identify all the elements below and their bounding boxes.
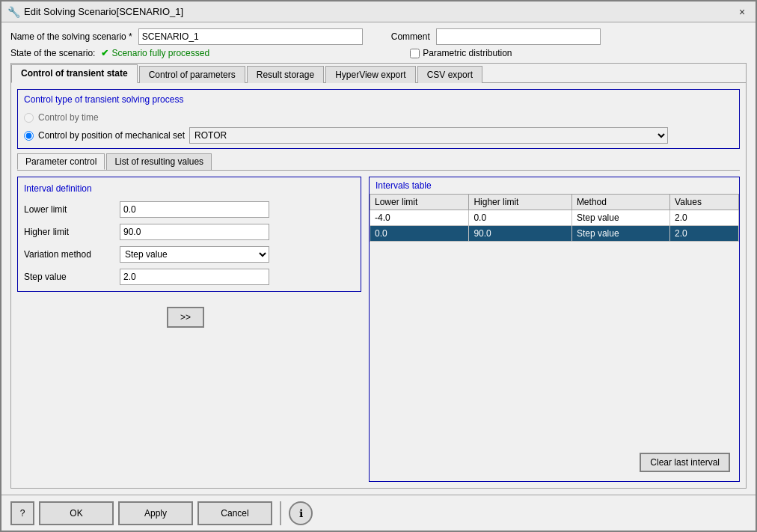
radio-control-time[interactable] [24,113,34,123]
table-row[interactable]: -4.00.0Step value2.0 [370,210,739,226]
clear-last-interval-button[interactable]: Clear last interval [640,453,730,472]
col-lower-limit: Lower limit [370,195,469,210]
radio-position-label: Control by position of mechanical set [38,130,185,141]
higher-limit-input[interactable] [120,224,269,240]
tab-hyperview-export[interactable]: HyperView export [325,66,416,83]
intervals-table-container: Lower limit Higher limit Method Values -… [370,194,739,444]
ok-button[interactable]: OK [39,501,114,525]
outer-tab-bar: Control of transient state Control of pa… [11,64,746,83]
comment-input[interactable] [436,28,601,45]
separator [280,501,281,525]
tab-control-transient[interactable]: Control of transient state [11,64,138,83]
state-label: State of the scenario: [10,48,95,58]
intervals-table: Lower limit Higher limit Method Values -… [370,194,739,242]
close-button[interactable]: × [735,4,750,19]
cancel-button[interactable]: Cancel [197,501,272,525]
tab-control-parameters[interactable]: Control of parameters [139,66,245,83]
scenario-name-input[interactable] [138,28,363,45]
variation-method-select[interactable]: Step value Number of steps List of value… [120,246,269,263]
intervals-table-title: Intervals table [370,177,739,194]
inner-tab-bar: Parameter control List of resulting valu… [17,153,740,171]
window-title: Edit Solving Scenario[SCENARIO_1] [24,6,183,17]
lower-limit-label: Lower limit [24,204,114,215]
control-section-title: Control type of transient solving proces… [24,94,733,105]
rotor-select[interactable]: ROTOR [189,127,668,144]
info-button[interactable]: ℹ [289,501,313,525]
tab-list-resulting-values[interactable]: List of resulting values [106,153,212,170]
comment-label: Comment [391,31,430,42]
apply-button[interactable]: Apply [118,501,193,525]
interval-def-title: Interval definition [24,183,355,194]
tab-result-storage[interactable]: Result storage [247,66,324,83]
col-method: Method [571,195,669,210]
app-icon: 🔧 [7,6,19,18]
variation-method-label: Variation method [24,249,114,260]
parametric-dist-checkbox[interactable] [410,49,420,58]
parametric-dist-label: Parametric distribution [423,48,512,58]
col-values: Values [670,195,739,210]
scenario-name-label: Name of the solving scenario * [10,31,132,42]
col-higher-limit: Higher limit [469,195,571,210]
state-value: ✔ Scenario fully processed [101,48,209,58]
tab-csv-export[interactable]: CSV export [417,66,482,83]
radio-control-position[interactable] [24,131,34,141]
table-row[interactable]: 0.090.0Step value2.0 [370,226,739,242]
help-icon[interactable]: ? [10,501,34,525]
tab-parameter-control[interactable]: Parameter control [17,153,105,170]
step-value-input[interactable] [120,269,269,285]
lower-limit-input[interactable] [120,201,269,218]
higher-limit-label: Higher limit [24,227,114,237]
title-bar: 🔧 Edit Solving Scenario[SCENARIO_1] × [1,1,756,22]
bottom-bar: ? OK Apply Cancel ℹ [1,495,756,531]
add-interval-button[interactable]: >> [167,307,204,328]
radio-time-label: Control by time [38,112,99,123]
step-value-label: Step value [24,272,114,282]
